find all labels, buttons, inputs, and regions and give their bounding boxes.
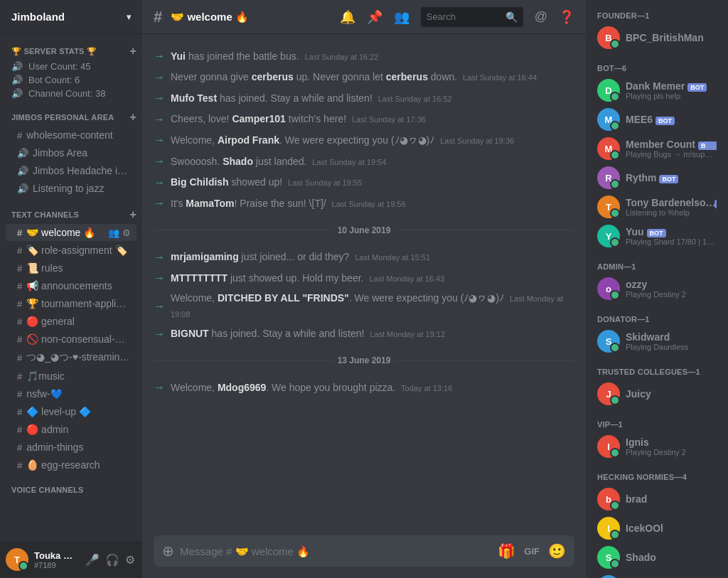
- channel-general[interactable]: # 🔴 general: [6, 313, 136, 330]
- search-input[interactable]: [427, 11, 501, 22]
- channel-welcome[interactable]: # 🤝 welcome 🔥 👥 ⚙: [6, 224, 136, 241]
- message-text-6: Swoooosh. Shado just landed. Last Sunday…: [171, 154, 386, 169]
- member-info-mee6: MEE6 BOT: [626, 114, 717, 125]
- member-count[interactable]: M Member Count BOT Playing Bugs → m!supp…: [592, 134, 722, 163]
- member-warf[interactable]: W Warf: [592, 572, 722, 578]
- bot-badge-6: BOT: [647, 229, 666, 237]
- channel-levelup[interactable]: # 🔷 level-up 🔷: [6, 403, 136, 420]
- channel-name: wholesome-content: [26, 129, 131, 141]
- channel-nsfw-meme[interactable]: # 🚫 non-consensual-mem...: [6, 331, 136, 348]
- member-name-count: Member Count BOT: [626, 139, 717, 150]
- message-4: → Cheers, love! Camper101 twitch's here!…: [142, 109, 586, 130]
- add-personal-button[interactable]: +: [129, 112, 136, 123]
- add-stats-button[interactable]: +: [129, 46, 136, 57]
- message-1: → Yui has joined the battle bus. Last Su…: [142, 46, 586, 67]
- member-avatar-yuu: Y: [597, 225, 620, 247]
- hash-icon-admin: #: [17, 424, 22, 435]
- members-sidebar: FOUNDER—1 B BPC_BritishMan BOT—6 D Dank …: [586, 0, 728, 578]
- section-label-text: TEXT CHANNELS: [11, 210, 79, 219]
- member-yuu[interactable]: Y Yuu BOT Playing Shard 17/80 | 1,822 gu…: [592, 222, 722, 250]
- user-discriminator: #7189: [34, 561, 78, 569]
- gift-icon[interactable]: 🎁: [498, 542, 515, 560]
- bot-badge-2: BOT: [655, 117, 675, 125]
- user-icon[interactable]: 👥: [108, 228, 119, 238]
- member-ozzy[interactable]: o ozzy Playing Destiny 2: [592, 274, 722, 303]
- member-rythm[interactable]: R Rythm BOT: [592, 164, 722, 192]
- channel-streaming[interactable]: # つ◕_◕つ-♥-streaming-♥: [6, 348, 136, 367]
- channel-admin[interactable]: # 🔴 admin: [6, 421, 136, 438]
- member-juicy[interactable]: J Juicy: [592, 380, 722, 408]
- section-header-stats: 🏆 SERVER STATS 🏆 +: [0, 34, 142, 60]
- divider-line-left: [154, 230, 332, 230]
- message-text-5: Welcome, Airpod Frank. We were expecting…: [171, 132, 514, 148]
- channel-name-admint: admin-things: [26, 441, 131, 453]
- member-info-juicy: Juicy: [626, 388, 717, 400]
- channel-jimbos-headache[interactable]: 🔊 Jimbos Headache is too ...: [6, 162, 136, 179]
- channel-music[interactable]: # 🎵music: [6, 368, 136, 385]
- messages-container: → Yui has joined the battle bus. Last Su…: [142, 34, 586, 535]
- join-arrow-icon-2: →: [154, 68, 165, 87]
- search-bar[interactable]: 🔍: [421, 7, 523, 27]
- gif-icon[interactable]: GIF: [524, 546, 540, 557]
- member-icekool[interactable]: I IcekOOl: [592, 514, 722, 542]
- message-3: → Mufo Test has joined. Stay a while and…: [142, 87, 586, 109]
- message-text-8: It's MamaTom! Praise the sun! \[T]/ Last…: [171, 196, 406, 211]
- speaker-icon-2: 🔊: [17, 166, 28, 176]
- channel-announcements[interactable]: # 📢 announcements: [6, 277, 136, 294]
- add-channel-button[interactable]: +: [129, 209, 136, 220]
- message-input[interactable]: [180, 545, 492, 557]
- member-status-yuu: Playing Shard 17/80 | 1,822 guilds: [626, 237, 717, 246]
- bot-badge-4: BOT: [659, 175, 678, 183]
- server-header[interactable]: Jimboland ▾: [0, 0, 142, 34]
- channel-egg[interactable]: # 🥚 egg-research: [6, 456, 136, 473]
- settings-icon-user[interactable]: ⚙: [124, 552, 136, 568]
- member-tony[interactable]: T Tony Bardenelson BOT Listening to %hel…: [592, 193, 722, 221]
- channel-admin-things[interactable]: # admin-things: [6, 439, 136, 456]
- channel-jimbos-area[interactable]: 🔊 Jimbos Area: [6, 144, 136, 161]
- channel-rules[interactable]: # 📜 rules: [6, 259, 136, 277]
- member-info-yuu: Yuu BOT Playing Shard 17/80 | 1,822 guil…: [626, 226, 717, 246]
- member-ignis[interactable]: I Ignis Playing Destiny 2: [592, 432, 722, 461]
- message-text-11: Welcome, DITCHED BY ALL "FRINDS". We wer…: [171, 290, 574, 322]
- member-brad[interactable]: b brad: [592, 485, 722, 513]
- divider-line-right-2: [396, 360, 574, 361]
- add-attachment-icon[interactable]: ⊕: [162, 542, 174, 560]
- join-arrow-icon-5: →: [154, 131, 165, 149]
- settings-icon[interactable]: ⚙: [122, 228, 131, 238]
- member-shado[interactable]: S Shado: [592, 543, 722, 572]
- channel-hash-icon: #: [154, 8, 162, 26]
- member-bpc[interactable]: B BPC_BritishMan: [592, 23, 722, 52]
- emoji-icon[interactable]: 🙂: [548, 542, 566, 560]
- at-icon[interactable]: @: [535, 9, 547, 24]
- volume-icon-2: 🔊: [11, 75, 23, 85]
- channel-nsfw[interactable]: # nsfw-💙: [6, 385, 136, 402]
- channel-role[interactable]: # 🏷️ role-assignment 🏷️: [6, 242, 136, 259]
- message-text-7: Big Childish showed up! Last Sunday at 1…: [171, 174, 362, 190]
- help-icon[interactable]: ❓: [559, 9, 574, 25]
- bell-icon[interactable]: 🔔: [340, 9, 355, 25]
- member-avatar-tony: T: [597, 196, 620, 218]
- microphone-icon[interactable]: 🎤: [84, 552, 101, 568]
- channel-wholesome[interactable]: # wholesome-content: [6, 127, 136, 144]
- main-content: # 🤝 welcome 🔥 🔔 📌 👥 🔍 @ ❓ → Yui has join…: [142, 0, 586, 578]
- member-info-bpc: BPC_BritishMan: [626, 32, 717, 43]
- hash-icon-stream: #: [17, 353, 22, 363]
- member-mee6[interactable]: M MEE6 BOT: [592, 105, 722, 134]
- message-6: → Swoooosh. Shado just landed. Last Sund…: [142, 151, 586, 172]
- channel-name-role: 🏷️ role-assignment 🏷️: [26, 245, 131, 256]
- date-divider-2: 13 June 2019: [154, 355, 574, 365]
- headphones-icon[interactable]: 🎧: [104, 552, 121, 568]
- hash-icon-nsfw: #: [17, 389, 22, 400]
- members-icon[interactable]: 👥: [394, 9, 410, 25]
- member-info-brad: brad: [626, 493, 717, 505]
- join-arrow-icon-10: →: [154, 269, 165, 287]
- message-text-4: Cheers, love! Camper101 twitch's here! L…: [171, 111, 426, 127]
- message-text-10: MTTTTTTTT just showed up. Hold my beer. …: [171, 270, 444, 286]
- member-skidward[interactable]: S Skidward Playing Dauntless: [592, 327, 722, 355]
- channel-tournament[interactable]: # 🏆 tournament-application: [6, 295, 136, 312]
- channel-jazz[interactable]: 🔊 Listening to jazz: [6, 180, 136, 197]
- message-5: → Welcome, Airpod Frank. We were expecti…: [142, 129, 586, 151]
- member-dank[interactable]: D Dank Memer BOT Playing pls help: [592, 76, 722, 105]
- bot-badge: BOT: [687, 83, 707, 92]
- pin-icon[interactable]: 📌: [367, 9, 382, 25]
